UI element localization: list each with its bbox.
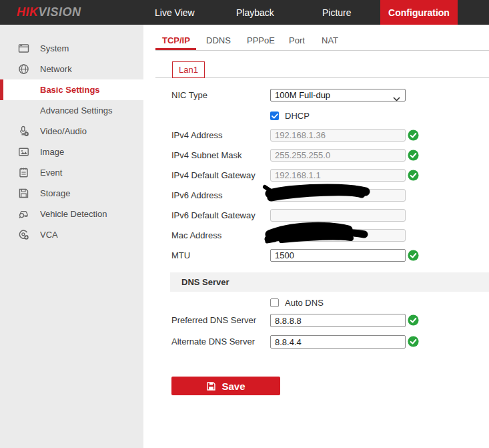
nav-playback[interactable]: Playback xyxy=(236,0,274,25)
valid-check-icon xyxy=(408,336,419,347)
vehicle-detection-icon xyxy=(18,208,29,220)
mtu-label: MTU xyxy=(171,249,190,262)
sidebar-menu: System Network Basic Settings Advanced S… xyxy=(0,25,143,448)
tab-pppoe[interactable]: PPPoE xyxy=(247,35,275,49)
sidebar-item-network[interactable]: Network xyxy=(0,59,143,79)
network-icon xyxy=(18,63,29,75)
mac-address-input xyxy=(270,229,406,242)
video-audio-icon xyxy=(18,126,29,137)
save-button[interactable]: Save xyxy=(171,377,280,395)
sidebar-item-vca[interactable]: VCA xyxy=(0,224,143,245)
sidebar-item-label: Image xyxy=(40,147,64,157)
sidebar-item-label: Network xyxy=(40,64,72,74)
sidebar-item-label: Advanced Settings xyxy=(40,105,112,116)
dns-server-section-header: DNS Server xyxy=(170,272,489,292)
nic-type-select[interactable]: 100M Full-dup xyxy=(270,89,406,101)
configuration-page: HIKVISION Live View Playback Picture Con… xyxy=(0,0,489,448)
alternate-dns-label: Alternate DNS Server xyxy=(171,335,255,348)
nav-live-view[interactable]: Live View xyxy=(155,0,195,25)
valid-check-icon xyxy=(408,250,419,261)
tab-divider xyxy=(155,50,489,51)
save-button-label: Save xyxy=(221,381,245,392)
sidebar-item-label: Basic Settings xyxy=(40,85,100,95)
tab-tcpip[interactable]: TCP/IP xyxy=(162,35,190,49)
ipv4-subnet-mask-label: IPv4 Subnet Mask xyxy=(171,149,242,162)
valid-check-icon xyxy=(408,150,419,161)
event-icon xyxy=(18,167,29,178)
sidebar-item-label: System xyxy=(40,43,69,53)
storage-icon xyxy=(18,188,29,199)
top-navigation-bar: HIKVISION Live View Playback Picture Con… xyxy=(0,0,489,25)
save-icon xyxy=(206,381,216,391)
sidebar-item-basic-settings[interactable]: Basic Settings xyxy=(0,79,143,100)
sidebar-item-storage[interactable]: Storage xyxy=(0,183,143,204)
sidebar-item-label: VCA xyxy=(40,230,58,240)
nic-type-value: 100M Full-dup xyxy=(275,90,330,100)
chevron-down-icon xyxy=(393,93,400,103)
auto-dns-checkbox[interactable] xyxy=(270,298,279,307)
valid-check-icon xyxy=(408,130,419,141)
sidebar-item-label: Vehicle Detection xyxy=(40,209,107,219)
ipv4-subnet-mask-input xyxy=(270,149,406,162)
ipv4-address-input xyxy=(270,129,406,142)
active-tab-underline xyxy=(155,48,196,50)
system-icon xyxy=(18,43,29,54)
ipv6-default-gateway-label: IPv6 Default Gateway xyxy=(171,209,256,222)
hikvision-logo: HIKVISION xyxy=(17,0,81,25)
sidebar-item-video-audio[interactable]: Video/Audio xyxy=(0,121,143,142)
tab-nat[interactable]: NAT xyxy=(322,35,338,49)
sidebar-item-label: Storage xyxy=(40,188,71,198)
ipv6-default-gateway-input xyxy=(270,209,406,222)
valid-check-icon xyxy=(408,314,419,326)
preferred-dns-label: Preferred DNS Server xyxy=(171,314,256,326)
tab-ddns[interactable]: DDNS xyxy=(206,35,231,49)
tab-port[interactable]: Port xyxy=(289,35,305,49)
ipv6-address-label: IPv6 Address xyxy=(171,189,223,202)
ipv6-address-input xyxy=(270,189,406,202)
nav-configuration-active[interactable]: Configuration xyxy=(380,0,458,25)
logo-text-vision: VISION xyxy=(39,5,81,19)
dns-server-title: DNS Server xyxy=(181,277,229,287)
dhcp-checkbox[interactable] xyxy=(270,111,279,120)
sidebar-item-advanced-settings[interactable]: Advanced Settings xyxy=(0,100,143,121)
nav-picture[interactable]: Picture xyxy=(322,0,352,25)
sidebar-item-label: Event xyxy=(40,168,62,178)
sidebar-item-system[interactable]: System xyxy=(0,38,143,59)
alternate-dns-input[interactable] xyxy=(270,335,406,349)
mac-address-label: Mac Address xyxy=(171,229,221,242)
sidebar-item-image[interactable]: Image xyxy=(0,142,143,162)
logo-text-hik: HIK xyxy=(17,5,39,19)
vca-icon xyxy=(18,229,29,240)
valid-check-icon xyxy=(408,170,419,181)
nic-type-label: NIC Type xyxy=(171,89,207,101)
ipv4-default-gateway-input xyxy=(270,169,406,182)
lan1-subtab[interactable]: Lan1 xyxy=(172,61,205,78)
ipv4-default-gateway-label: IPv4 Default Gateway xyxy=(171,169,256,182)
image-icon xyxy=(18,146,29,158)
preferred-dns-input[interactable] xyxy=(270,314,406,327)
sidebar-item-event[interactable]: Event xyxy=(0,162,143,183)
sidebar-item-label: Video/Audio xyxy=(40,126,87,136)
auto-dns-label: Auto DNS xyxy=(285,298,324,308)
sidebar-item-vehicle-detection[interactable]: Vehicle Detection xyxy=(0,204,143,224)
dhcp-label: DHCP xyxy=(285,111,310,121)
mtu-input[interactable] xyxy=(270,249,406,262)
ipv4-address-label: IPv4 Address xyxy=(171,129,223,142)
lan-tab-divider xyxy=(155,77,489,78)
